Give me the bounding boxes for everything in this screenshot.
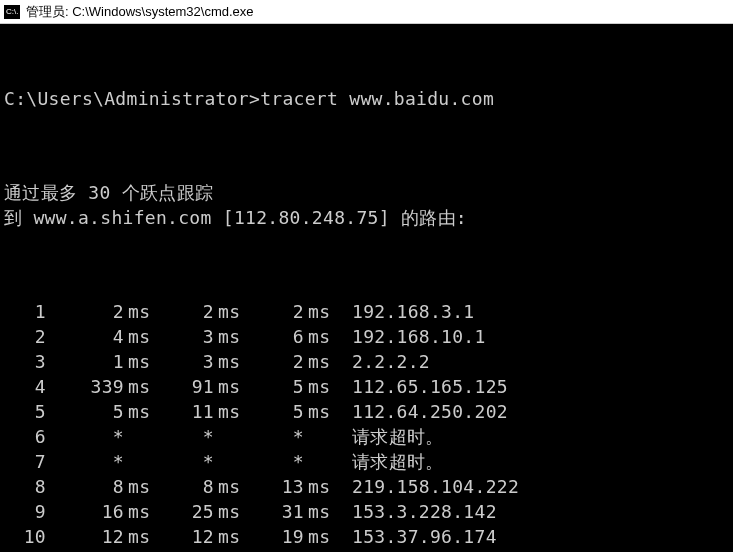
hop-time3: 2 <box>244 299 304 324</box>
hop-time2: 3 <box>154 324 214 349</box>
hop-unit1: ms <box>124 324 154 349</box>
hop-unit1: ms <box>124 399 154 424</box>
hop-time3: 6 <box>244 324 304 349</box>
window-titlebar[interactable]: C:\. 管理员: C:\Windows\system32\cmd.exe <box>0 0 733 24</box>
hop-time1: 5 <box>46 399 124 424</box>
hop-time3: 19 <box>244 524 304 549</box>
hop-host: 192.168.3.1 <box>334 299 475 324</box>
hop-time1: * <box>46 424 124 449</box>
hop-time2: 25 <box>154 499 214 524</box>
hop-time1: 16 <box>46 499 124 524</box>
hop-row: 7***请求超时。 <box>4 449 729 474</box>
window-title: 管理员: C:\Windows\system32\cmd.exe <box>26 3 254 21</box>
hop-number: 5 <box>4 399 46 424</box>
hop-time2: * <box>154 424 214 449</box>
cmd-icon: C:\. <box>4 5 20 19</box>
hop-unit1: ms <box>124 299 154 324</box>
hop-unit3: ms <box>304 299 334 324</box>
cmd-icon-text: C:\. <box>6 8 18 16</box>
prompt-command: tracert www.baidu.com <box>260 88 494 109</box>
hop-time1: * <box>46 449 124 474</box>
hop-time1: 339 <box>46 374 124 399</box>
trace-header-line2: 到 www.a.shifen.com [112.80.248.75] 的路由: <box>4 205 729 230</box>
hop-time2: 8 <box>154 474 214 499</box>
hop-host: 153.3.228.142 <box>334 499 497 524</box>
hop-host: 请求超时。 <box>334 549 444 552</box>
hop-row: 31ms3ms2ms2.2.2.2 <box>4 349 729 374</box>
hop-time3: 5 <box>244 374 304 399</box>
hop-time2: * <box>154 549 214 552</box>
hop-host: 153.37.96.174 <box>334 524 497 549</box>
hop-host: 192.168.10.1 <box>334 324 486 349</box>
hop-unit1: ms <box>124 349 154 374</box>
hop-number: 8 <box>4 474 46 499</box>
hop-number: 4 <box>4 374 46 399</box>
hop-row: 4339ms91ms5ms112.65.165.125 <box>4 374 729 399</box>
hop-number: 2 <box>4 324 46 349</box>
hop-unit3: ms <box>304 399 334 424</box>
hop-unit2: ms <box>214 374 244 399</box>
hop-number: 3 <box>4 349 46 374</box>
hop-time3: * <box>244 424 304 449</box>
terminal-output[interactable]: C:\Users\Administrator>tracert www.baidu… <box>0 24 733 552</box>
hop-number: 11 <box>4 549 46 552</box>
hop-row: 6***请求超时。 <box>4 424 729 449</box>
hop-time2: 3 <box>154 349 214 374</box>
hop-unit3: ms <box>304 524 334 549</box>
hop-host: 112.64.250.202 <box>334 399 508 424</box>
hop-time1: 8 <box>46 474 124 499</box>
hop-row: 24ms3ms6ms192.168.10.1 <box>4 324 729 349</box>
hop-time2: 12 <box>154 524 214 549</box>
hop-unit2: ms <box>214 399 244 424</box>
hop-unit2: ms <box>214 299 244 324</box>
hop-time3: 5 <box>244 399 304 424</box>
hop-unit3: ms <box>304 499 334 524</box>
hop-number: 6 <box>4 424 46 449</box>
hop-row: 88ms8ms13ms219.158.104.222 <box>4 474 729 499</box>
hop-unit1: ms <box>124 374 154 399</box>
hop-unit1: ms <box>124 524 154 549</box>
hop-time1: * <box>46 549 124 552</box>
hop-time2: 91 <box>154 374 214 399</box>
hop-time2: 2 <box>154 299 214 324</box>
hop-number: 9 <box>4 499 46 524</box>
hop-unit2: ms <box>214 324 244 349</box>
hop-time1: 2 <box>46 299 124 324</box>
hop-unit2: ms <box>214 499 244 524</box>
hop-number: 7 <box>4 449 46 474</box>
hop-time3: * <box>244 449 304 474</box>
hop-number: 1 <box>4 299 46 324</box>
trace-header: 通过最多 30 个跃点跟踪到 www.a.shifen.com [112.80.… <box>4 180 729 230</box>
hop-row: 12ms2ms2ms192.168.3.1 <box>4 299 729 324</box>
hop-unit1: ms <box>124 474 154 499</box>
command-line: C:\Users\Administrator>tracert www.baidu… <box>4 86 729 111</box>
hop-unit2: ms <box>214 349 244 374</box>
hop-unit2: ms <box>214 474 244 499</box>
hop-host: 112.65.165.125 <box>334 374 508 399</box>
hop-time3: * <box>244 549 304 552</box>
hop-time1: 12 <box>46 524 124 549</box>
hop-unit2: ms <box>214 524 244 549</box>
hop-row: 916ms25ms31ms153.3.228.142 <box>4 499 729 524</box>
hop-time1: 4 <box>46 324 124 349</box>
hop-unit3: ms <box>304 349 334 374</box>
hop-time3: 2 <box>244 349 304 374</box>
hop-table: 12ms2ms2ms192.168.3.124ms3ms6ms192.168.1… <box>4 299 729 552</box>
hop-time3: 31 <box>244 499 304 524</box>
hop-time2: * <box>154 449 214 474</box>
hop-host: 请求超时。 <box>334 449 444 474</box>
hop-row: 1012ms12ms19ms153.37.96.174 <box>4 524 729 549</box>
hop-time2: 11 <box>154 399 214 424</box>
hop-host: 请求超时。 <box>334 424 444 449</box>
trace-header-line1: 通过最多 30 个跃点跟踪 <box>4 180 729 205</box>
hop-number: 10 <box>4 524 46 549</box>
hop-unit3: ms <box>304 374 334 399</box>
hop-host: 2.2.2.2 <box>334 349 430 374</box>
hop-time3: 13 <box>244 474 304 499</box>
hop-unit1: ms <box>124 499 154 524</box>
hop-time1: 1 <box>46 349 124 374</box>
hop-row: 55ms11ms5ms112.64.250.202 <box>4 399 729 424</box>
hop-unit3: ms <box>304 474 334 499</box>
prompt-path: C:\Users\Administrator> <box>4 88 260 109</box>
hop-unit3: ms <box>304 324 334 349</box>
